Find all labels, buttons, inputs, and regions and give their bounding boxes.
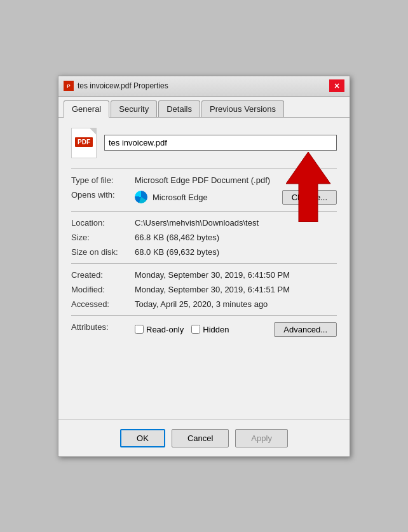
advanced-button[interactable]: Advanced... (274, 322, 337, 337)
divider-4 (71, 315, 337, 316)
dialog-footer: OK Cancel Apply (58, 419, 350, 456)
hidden-label: Hidden (203, 325, 229, 334)
change-button[interactable]: Change... (282, 190, 337, 205)
created-value: Monday, September 30, 2019, 6:41:50 PM (135, 270, 337, 280)
size-on-disk-label: Size on disk: (71, 247, 135, 257)
file-type-section: Type of file: Microsoft Edge PDF Documen… (71, 175, 337, 205)
readonly-label: Read-only (146, 325, 184, 334)
file-dates-section: Created: Monday, September 30, 2019, 6:4… (71, 270, 337, 309)
title-bar: P tes invoicew.pdf Properties × (58, 76, 350, 97)
apply-button[interactable]: Apply (235, 429, 288, 447)
divider-2 (71, 211, 337, 212)
file-name-input[interactable] (104, 135, 337, 151)
svg-text:P: P (67, 83, 71, 89)
red-arrow (286, 152, 343, 224)
divider-1 (71, 168, 337, 169)
tab-security[interactable]: Security (111, 100, 157, 117)
opens-with-wrapper: Microsoft Edge Change... (135, 190, 337, 205)
accessed-value: Today, April 25, 2020, 3 minutes ago (135, 299, 337, 309)
file-name-row: PDF (71, 128, 337, 158)
tab-details[interactable]: Details (158, 100, 200, 117)
accessed-label: Accessed: (71, 299, 135, 309)
opens-label: Opens with: (71, 190, 135, 205)
type-label: Type of file: (71, 175, 135, 185)
hidden-checkbox[interactable] (191, 325, 200, 334)
file-icon-corner (90, 128, 96, 135)
size-on-disk-value: 68.0 KB (69,632 bytes) (135, 247, 337, 257)
opens-app: Microsoft Edge (153, 193, 208, 202)
modified-label: Modified: (71, 285, 135, 294)
title-bar-left: P tes invoicew.pdf Properties (64, 81, 168, 91)
ok-button[interactable]: OK (120, 429, 165, 447)
attributes-row: Read-only Hidden Advanced... (135, 322, 337, 337)
opens-with-row: Microsoft Edge Change... (135, 190, 337, 205)
file-size-section: Location: C:\Users\mehvish\Downloads\tes… (71, 218, 337, 257)
cancel-button[interactable]: Cancel (172, 429, 229, 447)
readonly-checkbox[interactable] (135, 325, 144, 334)
size-value: 66.8 KB (68,462 bytes) (135, 233, 337, 242)
file-icon: PDF (71, 128, 97, 158)
pdf-label: PDF (75, 137, 93, 147)
modified-value: Monday, September 30, 2019, 6:41:51 PM (135, 285, 337, 294)
tab-previous-versions[interactable]: Previous Versions (201, 100, 284, 117)
edge-icon (135, 191, 147, 203)
type-value: Microsoft Edge PDF Document (.pdf) (135, 175, 337, 185)
hidden-checkbox-label[interactable]: Hidden (191, 325, 229, 334)
properties-dialog: P tes invoicew.pdf Properties × General … (58, 76, 350, 457)
attributes-section: Attributes: Read-only Hidden Advanced... (71, 322, 337, 337)
close-button[interactable]: × (329, 79, 344, 92)
app-icon: P (64, 81, 74, 91)
location-label: Location: (71, 218, 135, 228)
divider-3 (71, 263, 337, 264)
tab-bar: General Security Details Previous Versio… (58, 97, 350, 118)
location-value: C:\Users\mehvish\Downloads\test (135, 218, 337, 228)
tab-content: PDF Type of file: Microsoft Edge PDF Doc… (58, 118, 350, 419)
readonly-checkbox-label[interactable]: Read-only (135, 325, 184, 334)
attributes-label: Attributes: (71, 322, 135, 337)
size-label: Size: (71, 233, 135, 242)
dialog-title: tes invoicew.pdf Properties (78, 81, 168, 90)
created-label: Created: (71, 270, 135, 280)
tab-general[interactable]: General (64, 100, 109, 118)
